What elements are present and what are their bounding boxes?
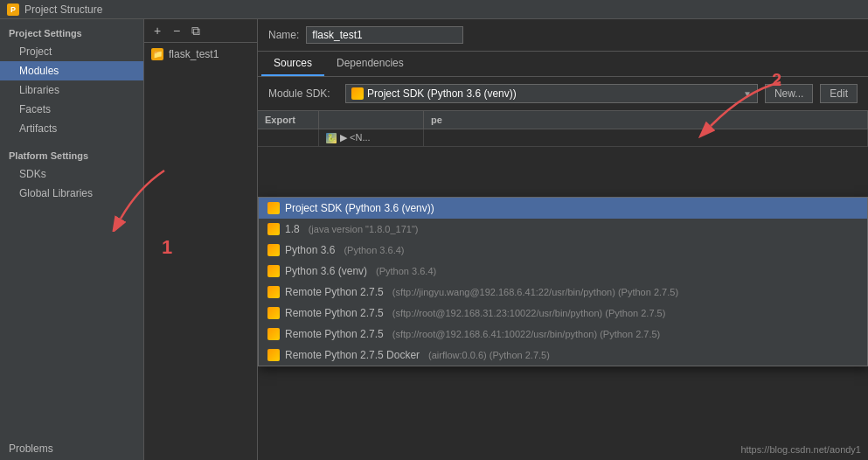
sdk-option-icon-7 <box>267 349 280 361</box>
sdk-dropdown-overlay: Project SDK (Python 3.6 (venv)) 1.8 (jav… <box>258 197 868 366</box>
dropdown-item-6[interactable]: Remote Python 2.7.5 (sftp://root@192.168… <box>259 324 867 345</box>
sdk-option-icon-2 <box>267 244 280 256</box>
sidebar-item-facets[interactable]: Facets <box>0 100 143 119</box>
remove-button[interactable]: − <box>169 23 184 38</box>
sidebar: Project Settings Project Modules Librari… <box>0 19 144 460</box>
new-button[interactable]: New... <box>765 84 813 103</box>
sdk-option-icon-6 <box>267 328 280 340</box>
table-row[interactable]: 🐍 ▶ <N... <box>258 129 868 147</box>
copy-button[interactable]: ⧉ <box>188 23 204 38</box>
sdk-label: Module SDK: <box>268 87 338 100</box>
sdk-option-icon-3 <box>267 265 280 277</box>
app-icon: P <box>7 3 19 16</box>
name-label: Name: <box>268 29 299 41</box>
dropdown-item-1[interactable]: 1.8 (java version "1.8.0_171") <box>259 219 867 240</box>
col-export: Export <box>258 111 319 129</box>
name-input[interactable] <box>306 26 463 44</box>
folder-icon: 📁 <box>151 48 163 60</box>
sdk-dropdown[interactable]: Project SDK (Python 3.6 (venv)) ▼ <box>345 84 758 103</box>
content-panel: Name: Sources Dependencies Module SDK: P… <box>258 19 868 460</box>
add-button[interactable]: + <box>149 23 165 38</box>
py-icon: 🐍 <box>326 133 337 143</box>
title-bar-text: Project Structure <box>24 3 102 16</box>
module-toolbar: + − ⧉ <box>144 19 257 43</box>
sidebar-item-project[interactable]: Project <box>0 42 143 61</box>
dropdown-item-7[interactable]: Remote Python 2.7.5 Docker (airflow:0.0.… <box>259 345 867 366</box>
name-row: Name: <box>258 19 868 52</box>
chevron-down-icon: ▼ <box>743 89 752 99</box>
module-panel: + − ⧉ 📁 flask_test1 <box>144 19 258 460</box>
table-header: Export pe <box>258 111 868 129</box>
edit-button[interactable]: Edit <box>820 84 858 103</box>
sidebar-item-global-libraries[interactable]: Global Libraries <box>0 184 143 203</box>
cell-name: 🐍 ▶ <N... <box>319 129 424 146</box>
sidebar-item-modules[interactable]: Modules <box>0 61 143 80</box>
col-name <box>319 111 424 129</box>
tab-dependencies[interactable]: Dependencies <box>324 52 416 76</box>
sdk-icon <box>351 87 364 100</box>
sdk-option-icon-0 <box>267 202 280 214</box>
sidebar-item-artifacts[interactable]: Artifacts <box>0 119 143 138</box>
sidebar-item-libraries[interactable]: Libraries <box>0 80 143 100</box>
sdk-row: Module SDK: Project SDK (Python 3.6 (ven… <box>258 77 868 111</box>
dropdown-item-0[interactable]: Project SDK (Python 3.6 (venv)) <box>259 198 867 219</box>
title-bar: P Project Structure <box>0 0 868 19</box>
main-container: Project Settings Project Modules Librari… <box>0 19 868 460</box>
sdk-option-icon-4 <box>267 286 280 298</box>
col-type: pe <box>424 111 868 129</box>
sdk-option-icon-5 <box>267 307 280 319</box>
dropdown-item-2[interactable]: Python 3.6 (Python 3.6.4) <box>259 240 867 261</box>
dropdown-item-5[interactable]: Remote Python 2.7.5 (sftp://root@192.168… <box>259 303 867 324</box>
sidebar-item-sdks[interactable]: SDKs <box>0 164 143 184</box>
tabs-row: Sources Dependencies <box>258 52 868 77</box>
platform-settings-label: Platform Settings <box>0 145 143 164</box>
sdk-option-icon-1 <box>267 223 280 235</box>
dropdown-item-3[interactable]: Python 3.6 (venv) (Python 3.6.4) <box>259 261 867 282</box>
tab-sources[interactable]: Sources <box>261 52 324 76</box>
module-item-flask[interactable]: 📁 flask_test1 <box>144 43 257 66</box>
sidebar-item-problems[interactable]: Problems <box>0 437 143 460</box>
project-settings-label: Project Settings <box>0 23 143 42</box>
module-name: flask_test1 <box>169 48 219 60</box>
dropdown-item-4[interactable]: Remote Python 2.7.5 (sftp://jingyu.wang@… <box>259 282 867 303</box>
cell-type <box>424 129 868 146</box>
sdk-value: Project SDK (Python 3.6 (venv)) <box>367 87 517 100</box>
table-area: Export pe 🐍 ▶ <N... Project SDK (Python … <box>258 111 868 460</box>
cell-export <box>258 129 319 146</box>
watermark: https://blog.csdn.net/aondy1 <box>740 444 861 455</box>
